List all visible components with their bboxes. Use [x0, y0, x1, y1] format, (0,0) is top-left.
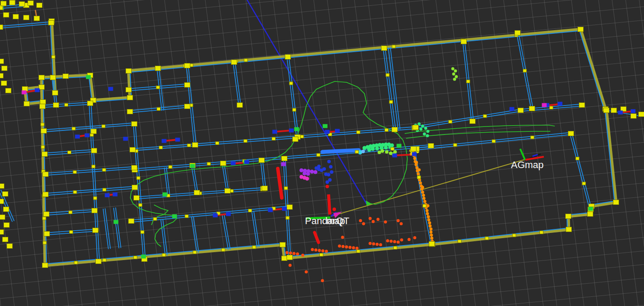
graph-node: [566, 214, 571, 219]
blue-marker-cube: [75, 135, 80, 139]
graph-node: [4, 13, 9, 18]
blue-marker-cube: [85, 134, 90, 137]
rviz-3d-viewport[interactable]: PandarQTmapAGmap: [0, 0, 644, 306]
graph-node-tick: [320, 253, 323, 257]
graph-node: [0, 74, 4, 78]
graph-node-tick: [357, 131, 360, 134]
graph-node: [52, 91, 58, 95]
graph-node: [96, 259, 102, 264]
graph-node-tick: [485, 237, 489, 240]
graph-node: [1, 81, 7, 86]
green-marker-cube: [397, 144, 402, 148]
graph-node: [1, 1, 7, 6]
graph-node: [91, 129, 97, 134]
green-marker-cube: [190, 164, 195, 168]
graph-node: [0, 25, 3, 30]
blue-marker-cube: [282, 207, 287, 211]
magenta-marker-cube: [542, 103, 547, 107]
graph-node-tick: [244, 140, 247, 143]
graph-node-tick: [550, 106, 553, 109]
graph-node-tick: [193, 251, 196, 254]
graph-node: [225, 189, 231, 193]
graph-node: [24, 102, 30, 106]
blue-marker-cube: [162, 139, 167, 143]
graph-node-tick: [523, 69, 527, 72]
graph-node-tick: [216, 142, 219, 145]
graph-node: [515, 31, 521, 35]
lightblue-dot: [361, 150, 365, 153]
graph-node-tick: [156, 86, 160, 89]
graph-node: [44, 212, 49, 217]
graph-node: [631, 114, 637, 119]
graph-node-tick: [103, 259, 106, 262]
graph-node: [185, 104, 190, 109]
blue-marker-cube: [108, 87, 113, 91]
graph-node: [39, 75, 45, 80]
graph-node-tick: [582, 182, 586, 185]
graph-node-tick: [168, 165, 172, 169]
graph-node-tick: [355, 150, 359, 153]
graph-node: [259, 158, 265, 163]
graph-node-tick: [187, 144, 191, 147]
graph-node-tick: [423, 204, 426, 208]
graph-node: [127, 95, 133, 100]
graph-node: [613, 200, 619, 205]
graph-node-tick: [448, 120, 452, 123]
graph-node: [3, 192, 8, 197]
graph-node: [43, 192, 49, 197]
graph-node: [127, 109, 133, 114]
blue-marker-cube: [325, 130, 330, 134]
graph-node: [42, 263, 48, 268]
graph-node-tick: [139, 204, 142, 207]
graph-node: [63, 74, 69, 79]
graph-node-tick: [492, 140, 496, 143]
graph-node-tick: [140, 231, 144, 234]
graph-node: [231, 60, 237, 65]
graph-node-tick: [65, 103, 68, 106]
green-marker-cube: [588, 207, 593, 211]
graph-node: [155, 66, 161, 71]
graph-node: [185, 83, 190, 88]
blue-marker-cube: [123, 137, 128, 141]
graph-node-tick: [386, 74, 389, 77]
graph-node-tick: [73, 190, 77, 193]
graph-node-tick: [70, 231, 73, 234]
graph-node-tick: [162, 253, 166, 257]
graph-node: [262, 186, 268, 191]
green-marker-cube: [86, 75, 91, 79]
blue-marker-cube: [618, 111, 623, 115]
graph-node: [220, 161, 226, 166]
graph-node: [88, 101, 93, 106]
graph-node: [24, 15, 29, 20]
graph-node: [611, 108, 617, 113]
map-axis-z: [329, 194, 330, 215]
graph-node-tick: [73, 171, 77, 174]
graph-node-tick: [72, 127, 75, 130]
graph-node-tick: [103, 188, 106, 191]
graph-node: [579, 103, 585, 108]
graph-node: [470, 119, 476, 124]
graph-node-tick: [41, 145, 45, 148]
graph-node-tick: [317, 153, 320, 156]
graph-node: [604, 108, 609, 113]
graph-node-tick: [74, 261, 78, 264]
graph-node: [2, 66, 7, 71]
graph-node: [529, 106, 535, 111]
graph-node: [282, 156, 287, 161]
graph-node: [518, 108, 524, 113]
graph-node-tick: [69, 211, 72, 214]
graph-node: [287, 255, 293, 260]
blue-marker-cube: [631, 109, 636, 113]
graph-node-tick: [385, 129, 388, 132]
green-marker-cube: [323, 124, 328, 128]
blue-marker-cube: [113, 193, 118, 197]
graph-node: [382, 46, 387, 51]
graph-node: [42, 152, 48, 157]
graph-node-tick: [389, 100, 393, 103]
graph-node-tick: [272, 137, 276, 141]
graph-node: [429, 242, 435, 246]
graph-node-tick: [159, 146, 163, 149]
frame-label-agmap: AGmap: [511, 159, 544, 170]
graph-node: [28, 1, 34, 6]
graph-node-tick: [185, 215, 189, 218]
